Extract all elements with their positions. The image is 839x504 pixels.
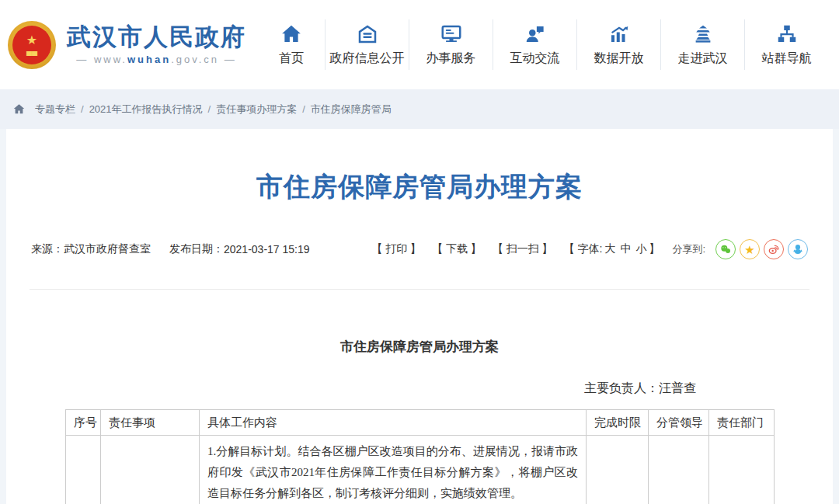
cell-department (709, 436, 775, 504)
col-header-department: 责任部门 (709, 410, 775, 436)
nav-item-info-disclosure[interactable]: 政府信息公开 (325, 19, 409, 70)
tower-icon (691, 23, 715, 46)
meta-divider (30, 289, 809, 290)
breadcrumb: 专题专栏 / 2021年工作报告执行情况 / 责任事项办理方案 / 市住房保障房… (0, 89, 839, 129)
font-size-small[interactable]: 小 (635, 242, 646, 255)
cell-deadline: 3月底 (587, 436, 649, 504)
breadcrumb-item[interactable]: 专题专栏 (35, 103, 75, 116)
breadcrumb-separator: / (302, 103, 305, 115)
col-header-seq: 序号 (66, 410, 101, 436)
nav-item-about-wuhan[interactable]: 走进武汉 (660, 19, 744, 70)
publish-date-label: 发布日期： (169, 242, 224, 256)
source-value: 武汉市政府督查室 (64, 242, 151, 256)
breadcrumb-separator: / (81, 103, 84, 115)
nav-item-site-navigation[interactable]: 站群导航 (744, 19, 828, 70)
breadcrumb-separator: / (208, 103, 211, 115)
share-label: 分享到: (672, 242, 705, 256)
breadcrumb-item[interactable]: 责任事项办理方案 (216, 103, 297, 116)
publish-date-value: 2021-03-17 15:19 (224, 243, 310, 255)
site-header: ★ ▄▄ 武汉市人民政府 — www.wuhan.gov.cn — 首页 政府信… (0, 0, 839, 89)
site-url: — www.wuhan.gov.cn — (67, 54, 246, 65)
article-card: 市住房保障房管局办理方案 来源：武汉市政府督查室 发布日期：2021-03-17… (6, 129, 833, 504)
cell-seq (66, 436, 101, 504)
table-header-row: 序号 责任事项 具体工作内容 完成时限 分管领导 责任部门 (66, 410, 775, 436)
document-title: 市住房保障房管局办理方案 (6, 338, 833, 356)
responsibility-table: 序号 责任事项 具体工作内容 完成时限 分管领导 责任部门 1.分解目标计划。结… (65, 409, 775, 504)
responsible-leader: 主要负责人：汪普查 (65, 381, 774, 397)
font-size-medium[interactable]: 中 (620, 242, 631, 255)
article-meta-row: 来源：武汉市政府督查室 发布日期：2021-03-17 15:19 【 打印 】… (31, 239, 808, 259)
nav-item-open-data[interactable]: 数据开放 (576, 19, 660, 70)
font-size-large[interactable]: 大 (604, 242, 615, 255)
source-label: 来源： (31, 242, 64, 256)
sitemap-icon (775, 23, 799, 46)
site-logo[interactable]: ★ ▄▄ 武汉市人民政府 — www.wuhan.gov.cn — (8, 21, 246, 69)
interaction-icon (524, 23, 547, 46)
nav-item-interaction[interactable]: 互动交流 (493, 19, 576, 70)
emblem-star: ★ (26, 34, 37, 47)
services-monitor-icon (440, 23, 463, 46)
col-header-item: 责任事项 (101, 410, 200, 436)
nav-item-home[interactable]: 首页 (258, 19, 325, 70)
scan-qr-button[interactable]: 【 扫一扫 】 (493, 242, 553, 256)
site-name: 武汉市人民政府 (67, 24, 246, 50)
document-area: 主要负责人：汪普查 序号 责任事项 具体工作内容 完成时限 分管领导 责任部门 (65, 381, 774, 504)
main-nav: 首页 政府信息公开 办事服务 互动交流 数据开放 (258, 19, 828, 70)
download-button[interactable]: 【 下载 】 (432, 242, 482, 256)
qzone-share-icon[interactable]: ★ (740, 239, 760, 259)
data-chart-icon (607, 23, 631, 46)
cell-item (101, 436, 200, 504)
info-disclosure-icon (356, 23, 379, 46)
breadcrumb-home-icon[interactable] (12, 103, 26, 116)
cell-leader (649, 436, 709, 504)
col-header-leader: 分管领导 (649, 410, 709, 436)
article-meta: 来源：武汉市政府督查室 发布日期：2021-03-17 15:19 (31, 242, 310, 256)
col-header-deadline: 完成时限 (587, 410, 649, 436)
font-size-widget: 【 字体:大中小】 (564, 242, 660, 256)
national-emblem-icon: ★ ▄▄ (8, 21, 56, 69)
breadcrumb-item-current: 市住房保障房管局 (311, 103, 392, 116)
col-header-content: 具体工作内容 (200, 410, 587, 436)
home-icon (280, 23, 303, 46)
qq-share-icon[interactable] (788, 239, 808, 259)
table-row: 1.分解目标计划。结合各区棚户区改造项目的分布、进展情况，报请市政府印发《武汉市… (66, 436, 775, 504)
work-content-paragraph: 1.分解目标计划。结合各区棚户区改造项目的分布、进展情况，报请市政府印发《武汉市… (207, 441, 578, 504)
wechat-share-icon[interactable] (715, 239, 736, 259)
nav-item-services[interactable]: 办事服务 (409, 19, 493, 70)
share-icons: ★ (712, 239, 808, 259)
page-title: 市住房保障房管局办理方案 (6, 129, 833, 205)
breadcrumb-item[interactable]: 2021年工作报告执行情况 (89, 103, 203, 116)
weibo-share-icon[interactable] (764, 239, 784, 259)
print-button[interactable]: 【 打印 】 (371, 242, 421, 256)
cell-content: 1.分解目标计划。结合各区棚户区改造项目的分布、进展情况，报请市政府印发《武汉市… (200, 436, 587, 504)
article-toolbar: 【 打印 】 【 下载 】 【 扫一扫 】 【 字体:大中小】 分享到: ★ (360, 239, 808, 259)
